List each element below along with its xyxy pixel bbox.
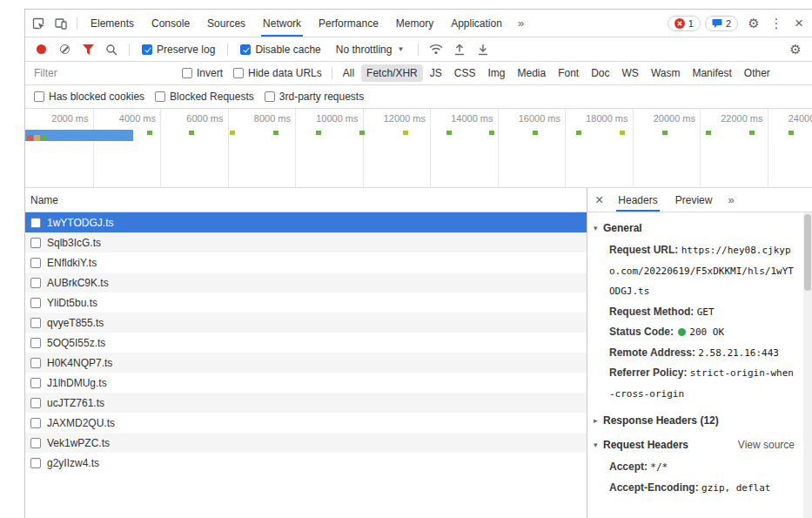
close-details-button[interactable]: × [589,192,609,208]
tab-performance[interactable]: Performance [310,10,387,37]
details-tab-headers[interactable]: Headers [609,188,666,212]
import-har-button[interactable] [449,40,470,59]
close-devtools-button[interactable]: × [788,13,810,34]
request-row-checkbox[interactable] [30,298,41,308]
request-row-checkbox[interactable] [30,318,41,328]
preserve-log-checkbox[interactable] [142,44,152,55]
blocked-requests-checkbox[interactable] [155,91,165,102]
filter-type-ws[interactable]: WS [617,64,644,82]
request-row[interactable]: J1lhDMUg.ts [25,373,587,393]
request-row-checkbox[interactable] [30,398,41,408]
disable-cache-checkbox[interactable] [240,44,251,55]
request-row-checkbox[interactable] [30,258,41,268]
issues-badge[interactable]: 2 [705,16,738,31]
timeline-gridline [363,109,364,187]
filter-type-css[interactable]: CSS [449,64,481,82]
filter-type-other[interactable]: Other [739,64,775,82]
filter-type-media[interactable]: Media [512,64,551,82]
settings-gear-icon[interactable]: ⚙ [742,13,765,34]
filter-input[interactable] [29,67,177,79]
kebab-menu-icon[interactable]: ⋮ [765,13,788,34]
filter-type-fetch-xhr[interactable]: Fetch/XHR [361,64,423,82]
request-row-checkbox[interactable] [30,218,41,228]
request-row[interactable]: ENfldkiY.ts [25,252,587,272]
view-source-button[interactable]: View source [738,439,798,451]
request-name: AUBrkC9K.ts [47,277,109,289]
timeline-tick-label: 2000 ms [51,113,92,124]
request-row[interactable]: ucJTZ761.ts [25,393,587,413]
tab-memory[interactable]: Memory [387,10,442,37]
error-badge[interactable]: 1 [668,16,701,31]
request-row[interactable]: YliDt5bu.ts [25,293,587,313]
request-row-checkbox[interactable] [30,358,41,368]
details-scrollbar[interactable] [803,212,812,518]
request-row-checkbox[interactable] [30,418,41,428]
filter-type-wasm[interactable]: Wasm [646,64,686,82]
network-main-area: Name 1wYTODGJ.tsSqlb3IcG.tsENfldkiY.tsAU… [25,188,812,518]
timeline-tick-label: 8000 ms [254,113,295,124]
timeline-overview[interactable]: 2000 ms4000 ms6000 ms8000 ms10000 ms1200… [25,109,812,188]
clear-network-log-button[interactable] [54,40,75,59]
request-headers-section-header[interactable]: ▾ Request Headers View source [587,433,803,457]
device-toolbar-icon[interactable] [50,13,72,34]
overview-request-mark [147,131,152,135]
filter-type-manifest[interactable]: Manifest [687,64,736,82]
general-section-header[interactable]: ▾ General [587,216,803,240]
header-value: GET [697,306,715,318]
filter-type-font[interactable]: Font [553,64,584,82]
overview-resource-chip [41,135,47,141]
details-more-tabs-button[interactable]: » [721,193,741,206]
request-row[interactable]: AUBrkC9K.ts [25,272,587,293]
request-row-checkbox[interactable] [30,338,41,348]
request-row-checkbox[interactable] [30,238,41,248]
network-conditions-button[interactable] [426,40,446,59]
filter-type-doc[interactable]: Doc [586,64,614,82]
request-row-checkbox[interactable] [30,378,41,388]
filter-toggle-button[interactable] [77,40,98,59]
request-row[interactable]: Vek1wPZC.ts [25,433,587,453]
tab-sources[interactable]: Sources [198,10,254,37]
request-row[interactable]: Sqlb3IcG.ts [25,232,587,252]
record-network-log-button[interactable] [30,40,51,59]
tab-network[interactable]: Network [254,10,310,37]
timeline-tick-label: 20000 ms [654,113,700,124]
request-row[interactable]: qvyeT855.ts [25,313,587,333]
tab-application[interactable]: Application [442,10,511,37]
export-har-button[interactable] [473,40,493,59]
overview-request-mark [533,131,538,135]
hide-data-urls-checkbox[interactable] [233,68,244,78]
timeline-gridline [160,109,161,187]
timeline-gridline [93,109,94,187]
filter-type-img[interactable]: Img [482,64,510,82]
filter-type-all[interactable]: All [338,64,359,82]
request-row[interactable]: H0K4NQP7.ts [25,353,587,373]
inspect-element-icon[interactable] [27,13,50,34]
request-row[interactable]: 1wYTODGJ.ts [25,212,587,232]
request-row-checkbox[interactable] [30,278,41,288]
network-settings-gear-icon[interactable]: ⚙ [784,39,807,60]
tab-elements[interactable]: Elements [82,10,143,37]
search-button[interactable] [101,40,122,59]
header-value: 2.58.21.16:443 [698,347,779,359]
request-name: J1lhDMUg.ts [47,377,107,389]
separator [332,67,332,79]
third-party-requests-checkbox[interactable] [265,91,275,102]
request-row-checkbox[interactable] [30,458,41,468]
tab-console[interactable]: Console [143,10,198,37]
invert-checkbox[interactable] [182,68,192,78]
throttling-dropdown[interactable]: No throttling ▼ [336,44,405,56]
has-blocked-cookies-checkbox[interactable] [34,91,44,102]
details-tabbar: × HeadersPreview » [587,188,812,212]
response-headers-section-header[interactable]: ▸ Response Headers (12) [587,408,803,433]
request-row-checkbox[interactable] [30,438,41,448]
request-row[interactable]: JAXMD2QU.ts [25,413,587,433]
request-row[interactable]: g2yIIzw4.ts [25,453,587,473]
requests-table: Name 1wYTODGJ.tsSqlb3IcG.tsENfldkiY.tsAU… [25,188,587,518]
filter-type-js[interactable]: JS [425,64,447,82]
more-panels-button[interactable]: » [511,17,531,30]
details-tab-preview[interactable]: Preview [667,188,721,212]
name-column-header[interactable]: Name [25,188,587,212]
request-row[interactable]: 5OQ5I55z.ts [25,333,587,353]
scrollbar-thumb[interactable] [804,214,811,291]
funnel-icon [83,44,94,55]
